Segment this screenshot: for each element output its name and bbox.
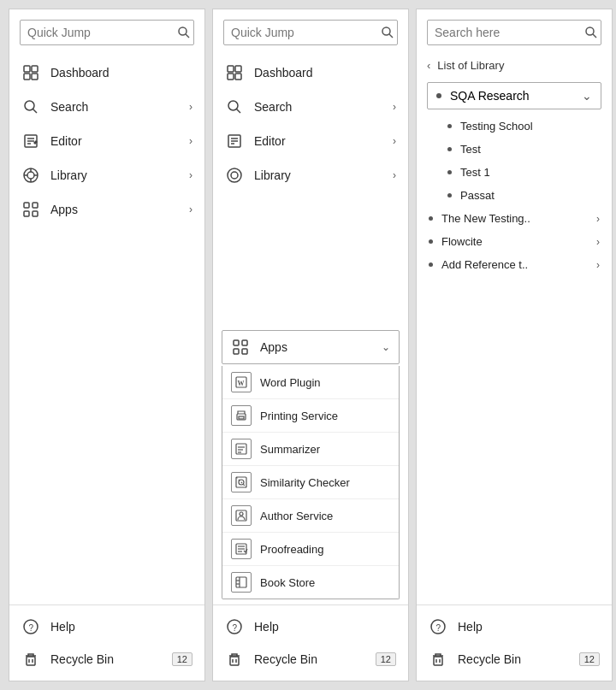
tree-item-flowcite[interactable]: Flowcite › — [417, 230, 612, 253]
svg-rect-19 — [33, 203, 38, 208]
chevron-right-icon-tree: › — [596, 236, 600, 248]
footer-1: ? Help Recycle Bin 12 — [9, 604, 204, 681]
svg-point-39 — [228, 168, 241, 182]
svg-text:?: ? — [233, 623, 238, 633]
svg-rect-5 — [32, 74, 38, 80]
tree-dot — [429, 262, 433, 267]
chevron-right-icon: › — [189, 135, 192, 147]
search-bar-2[interactable] — [223, 20, 398, 45]
search-input-2[interactable] — [231, 26, 381, 39]
sidebar-item-search-1[interactable]: Search › — [9, 90, 204, 124]
submenu-item-printing-service[interactable]: Printing Service — [222, 399, 399, 433]
tree-item-label: Test 1 — [460, 166, 490, 179]
recycle-badge-3: 12 — [579, 652, 600, 666]
editor-icon-2 — [225, 132, 244, 150]
search-button-3[interactable] — [584, 26, 598, 39]
sidebar-item-label: Library — [50, 168, 189, 182]
submenu-item-similarity-checker[interactable]: Similarity Checker — [222, 466, 399, 499]
search-input-3[interactable] — [435, 26, 584, 39]
svg-rect-75 — [434, 657, 442, 665]
sidebar-item-editor-2[interactable]: Editor › — [213, 124, 408, 158]
sidebar-item-label: Editor — [50, 134, 189, 148]
library-icon — [21, 166, 40, 185]
help-item-1[interactable]: ? Help — [9, 610, 204, 643]
help-label-1: Help — [50, 620, 75, 634]
sidebar-item-editor-1[interactable]: Editor › — [9, 124, 204, 158]
help-item-3[interactable]: ? Help — [417, 610, 612, 643]
apps-icon — [21, 200, 40, 219]
recycle-bin-icon — [21, 650, 40, 669]
recycle-bin-item-2[interactable]: Recycle Bin 12 — [213, 643, 408, 675]
nav-list-2: Dashboard Search › — [213, 52, 408, 330]
chevron-down-icon: ⌄ — [382, 341, 390, 353]
library-dropdown[interactable]: SQA Research ⌄ — [427, 82, 601, 109]
submenu-label: Book Store — [260, 576, 315, 589]
submenu-item-word-plugin[interactable]: W Word Plugin — [222, 366, 399, 399]
svg-point-13 — [27, 172, 34, 179]
proofreading-icon — [231, 539, 252, 559]
sidebar-item-dashboard-2[interactable]: Dashboard — [213, 56, 408, 90]
recycle-bin-label-3: Recycle Bin — [458, 652, 521, 666]
sidebar-item-label: Apps — [50, 203, 189, 216]
chevron-right-icon: › — [189, 169, 192, 181]
search-button-1[interactable] — [177, 26, 191, 39]
recycle-badge-2: 12 — [376, 652, 396, 666]
recycle-bin-item-3[interactable]: Recycle Bin 12 — [417, 643, 612, 675]
svg-rect-48 — [239, 416, 244, 419]
search-bar-3[interactable] — [427, 20, 601, 45]
tree-item-passat[interactable]: Passat — [417, 184, 612, 207]
svg-point-57 — [240, 512, 243, 516]
recycle-bin-item-1[interactable]: Recycle Bin 12 — [9, 643, 204, 675]
dropdown-label: SQA Research — [450, 89, 582, 103]
tree-item-testing-school[interactable]: Testing School — [417, 115, 612, 138]
search-bar-1[interactable] — [20, 20, 194, 45]
sidebar-item-label: Library — [254, 168, 393, 182]
sidebar-item-apps-expanded[interactable]: Apps ⌄ — [222, 330, 400, 364]
submenu-label: Word Plugin — [260, 376, 321, 389]
sidebar-item-label: Search — [254, 100, 393, 114]
book-store-icon — [231, 572, 252, 593]
tree-dot — [447, 170, 452, 174]
editor-icon — [21, 132, 40, 150]
chevron-left-icon: ‹ — [427, 59, 430, 72]
tree-item-test[interactable]: Test — [417, 138, 612, 161]
chevron-right-icon: › — [189, 203, 192, 215]
svg-line-7 — [33, 109, 38, 114]
submenu-item-proofreading[interactable]: Proofreading — [222, 533, 399, 566]
svg-text:W: W — [238, 380, 245, 387]
footer-2: ? Help Recycle Bin 12 — [213, 604, 408, 681]
summarizer-icon — [231, 439, 252, 459]
search-button-2[interactable] — [381, 26, 394, 39]
sidebar-item-library-1[interactable]: Library › — [9, 158, 204, 192]
svg-rect-68 — [230, 657, 239, 665]
chevron-right-icon-tree: › — [596, 213, 600, 225]
panels-container: Dashboard Search › — [0, 0, 616, 690]
sidebar-item-dashboard-1[interactable]: Dashboard — [9, 56, 204, 90]
svg-line-55 — [236, 477, 246, 487]
svg-point-33 — [228, 101, 238, 110]
svg-line-1 — [186, 34, 189, 38]
back-button[interactable]: ‹ List of Library — [417, 52, 612, 79]
sidebar-item-library-2[interactable]: Library › — [213, 158, 408, 192]
help-label-2: Help — [254, 620, 279, 634]
sidebar-item-apps-1[interactable]: Apps › — [9, 192, 204, 227]
tree-item-add-reference[interactable]: Add Reference t.. › — [417, 253, 612, 276]
chevron-right-icon: › — [393, 101, 396, 113]
svg-rect-31 — [228, 74, 234, 80]
printing-service-icon — [231, 405, 252, 426]
submenu-item-author-service[interactable]: Author Service — [222, 499, 399, 533]
chevron-right-icon-tree: › — [596, 259, 600, 271]
svg-line-34 — [237, 109, 241, 114]
help-item-2[interactable]: ? Help — [213, 610, 408, 643]
author-service-icon — [231, 505, 252, 526]
submenu-item-summarizer[interactable]: Summarizer — [222, 433, 399, 466]
svg-point-27 — [382, 27, 390, 35]
svg-rect-20 — [24, 211, 29, 216]
tree-item-the-new-testing[interactable]: The New Testing.. › — [417, 207, 612, 230]
sidebar-item-search-2[interactable]: Search › — [213, 90, 408, 124]
sidebar-item-label: Dashboard — [254, 66, 396, 80]
tree-item-test-1[interactable]: Test 1 — [417, 161, 612, 184]
submenu-item-book-store[interactable]: Book Store — [222, 566, 399, 599]
search-input-1[interactable] — [27, 26, 177, 39]
help-label-3: Help — [458, 620, 483, 634]
